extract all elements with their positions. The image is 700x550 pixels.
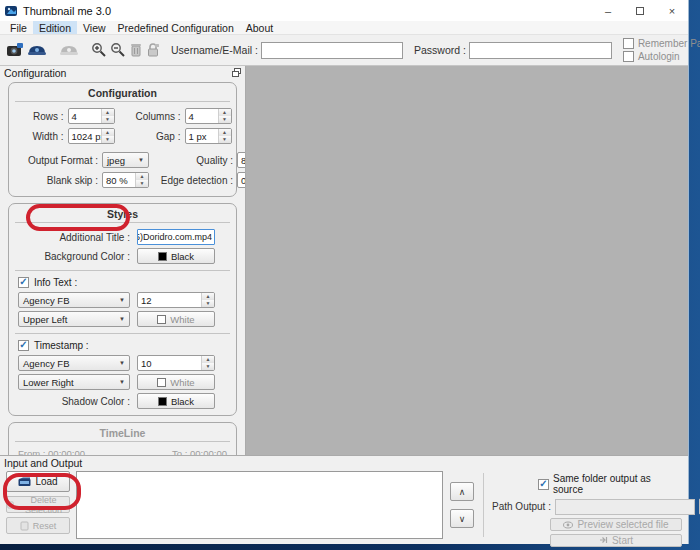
timeline-group: TimeLine From : 00:00:00 To : 00:00:00 T… — [8, 422, 237, 455]
configuration-dock-title: Configuration — [4, 67, 66, 79]
same-folder-label: Same folder output as source — [553, 473, 682, 495]
password-input[interactable] — [469, 42, 612, 59]
timeline-to-label: To : 00:00:00 — [172, 448, 227, 455]
black-swatch-icon — [158, 252, 167, 261]
lock-icon — [146, 42, 160, 58]
delete-selection-button[interactable]: Delete Selection — [6, 496, 70, 513]
zoom-in-button[interactable] — [91, 38, 107, 62]
timestamp-color-button[interactable]: White — [137, 374, 215, 390]
chevron-down-icon: ▼ — [138, 157, 144, 163]
spinner-up-icon[interactable]: ▲ — [102, 109, 114, 116]
divider — [15, 333, 230, 334]
chevron-up-icon: ∧ — [459, 487, 466, 497]
autologin-checkbox[interactable] — [623, 51, 634, 62]
reset-button[interactable]: Reset — [6, 517, 70, 534]
spinner-down-icon[interactable]: ▼ — [102, 136, 114, 143]
timestamp-size-spinner[interactable]: 10▲▼ — [137, 355, 215, 371]
chevron-down-icon: ▼ — [119, 360, 125, 366]
spinner-down-icon[interactable]: ▼ — [202, 363, 214, 370]
divider — [15, 441, 230, 442]
menu-predefined-configuration[interactable]: Predefined Configuration — [112, 21, 240, 34]
load-label: Load — [35, 476, 57, 487]
additional-title-input[interactable]: n (2015)Doridro.com.mp4 — [137, 229, 215, 245]
video-button[interactable] — [27, 38, 47, 62]
blank-skip-spinner[interactable]: 80 %▲▼ — [102, 172, 149, 188]
minimize-button[interactable]: – — [592, 0, 624, 21]
black-swatch-icon — [158, 397, 167, 406]
path-output-input[interactable] — [555, 499, 695, 515]
maximize-button[interactable] — [624, 0, 656, 21]
spinner-down-icon[interactable]: ▼ — [102, 116, 114, 123]
info-color-button[interactable]: White — [137, 311, 215, 327]
chevron-down-icon: ▼ — [119, 379, 125, 385]
camera-button[interactable] — [6, 38, 24, 62]
divider — [15, 101, 230, 102]
shadow-color-label: Shadow Color : — [62, 396, 130, 407]
timestamp-font-dropdown[interactable]: Agency FB▼ — [18, 355, 130, 371]
zoom-out-button[interactable] — [110, 38, 126, 62]
start-button[interactable]: Start — [550, 534, 682, 547]
white-swatch-icon — [157, 378, 166, 387]
menu-edition[interactable]: Edition — [33, 21, 77, 34]
delete-selection-label: Delete Selection — [18, 495, 69, 515]
window-title: Thumbnail me 3.0 — [23, 5, 111, 17]
start-label: Start — [612, 535, 633, 546]
preview-selected-file-button[interactable]: Preview selected file — [550, 518, 682, 531]
timestamp-checkbox[interactable] — [18, 340, 29, 351]
columns-spinner[interactable]: 4▲▼ — [185, 108, 232, 124]
move-down-button[interactable]: ∨ — [450, 509, 474, 528]
close-button[interactable]: × — [656, 0, 688, 21]
shadow-color-button[interactable]: Black — [137, 393, 215, 409]
same-folder-checkbox[interactable] — [538, 479, 549, 490]
remember-password-checkbox[interactable] — [623, 38, 634, 49]
toolbar: Username/E-Mail : Password : Remember Pa… — [0, 35, 688, 66]
trash-icon — [129, 42, 143, 58]
path-output-label: Path Output : — [492, 501, 551, 512]
edge-detection-label: Edge detection : — [161, 175, 233, 186]
info-size-spinner[interactable]: 12▲▼ — [137, 292, 215, 308]
titlebar: Thumbnail me 3.0 – × — [0, 0, 688, 21]
remember-password-label: Remember Password — [638, 38, 700, 49]
spinner-up-icon[interactable]: ▲ — [102, 129, 114, 136]
spinner-down-icon[interactable]: ▼ — [219, 136, 231, 143]
eye-icon — [563, 521, 573, 529]
rows-spinner[interactable]: 4▲▼ — [68, 108, 115, 124]
edge-detection-spinner[interactable]: 0▲▼ — [237, 172, 246, 188]
gap-spinner[interactable]: 1 px▲▼ — [185, 128, 232, 144]
move-up-button[interactable]: ∧ — [450, 482, 474, 501]
username-input[interactable] — [261, 42, 403, 59]
spinner-down-icon[interactable]: ▼ — [202, 300, 214, 307]
spinner-up-icon[interactable]: ▲ — [202, 356, 214, 363]
menu-view[interactable]: View — [77, 21, 112, 34]
width-spinner[interactable]: 1024 px▲▼ — [68, 128, 115, 144]
info-text-checkbox[interactable] — [18, 277, 29, 288]
dock-float-icon[interactable] — [232, 68, 241, 77]
input-output-dock: Input and Output Load Delete Selection R… — [0, 455, 688, 544]
lock-button[interactable] — [146, 38, 160, 62]
spinner-down-icon[interactable]: ▼ — [219, 116, 231, 123]
info-position-dropdown[interactable]: Upper Left▼ — [18, 311, 130, 327]
white-swatch-icon — [157, 315, 166, 324]
quality-spinner[interactable]: 80 %▲▼ — [237, 152, 246, 168]
preview-button[interactable] — [59, 38, 79, 62]
quality-label: Quality : — [196, 155, 233, 166]
load-button[interactable]: Load — [6, 471, 70, 492]
app-window: Thumbnail me 3.0 – × File Edition View P… — [0, 0, 689, 544]
timeline-group-title: TimeLine — [18, 426, 227, 441]
spinner-up-icon[interactable]: ▲ — [219, 129, 231, 136]
spinner-up-icon[interactable]: ▲ — [202, 293, 214, 300]
file-list[interactable] — [76, 471, 443, 539]
spinner-up-icon[interactable]: ▲ — [219, 109, 231, 116]
menu-about[interactable]: About — [240, 21, 279, 34]
trash-button[interactable] — [129, 38, 143, 62]
chevron-down-icon: ▼ — [119, 297, 125, 303]
spinner-down-icon[interactable]: ▼ — [136, 180, 148, 187]
background-color-button[interactable]: Black — [137, 248, 215, 264]
timestamp-position-dropdown[interactable]: Lower Right▼ — [18, 374, 130, 390]
menu-file[interactable]: File — [4, 21, 33, 34]
menubar: File Edition View Predefined Configurati… — [0, 21, 688, 35]
spinner-up-icon[interactable]: ▲ — [136, 173, 148, 180]
output-format-dropdown[interactable]: jpeg▼ — [102, 152, 149, 168]
info-font-dropdown[interactable]: Agency FB▼ — [18, 292, 130, 308]
rows-label: Rows : — [33, 111, 64, 122]
